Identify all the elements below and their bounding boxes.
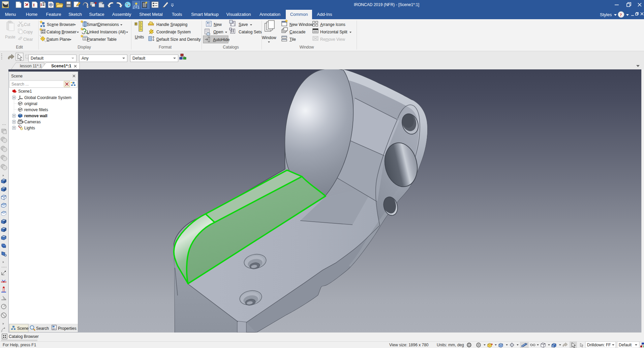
- svg-text:Styles: Styles: [600, 12, 612, 17]
- svg-text:Scene: Scene: [17, 326, 29, 331]
- svg-text:Default: Default: [619, 343, 632, 347]
- svg-text:Scene: Scene: [11, 74, 23, 78]
- svg-text:remove fillets: remove fillets: [24, 107, 48, 112]
- svg-text:Search: Search: [36, 326, 49, 331]
- svg-text:Catalog Browser: Catalog Browser: [9, 334, 39, 339]
- svg-text:lesson 11*:1: lesson 11*:1: [20, 64, 42, 68]
- svg-text:Scene1*:1: Scene1*:1: [51, 64, 71, 68]
- svg-text:I: I: [33, 2, 35, 7]
- svg-text:remove wall: remove wall: [24, 114, 48, 118]
- svg-text:original: original: [24, 101, 37, 106]
- svg-text:Scene1: Scene1: [18, 89, 32, 94]
- svg-text:?: ?: [620, 12, 622, 17]
- svg-text:Drilldown: FF: Drilldown: FF: [587, 343, 611, 347]
- svg-text:I: I: [40, 2, 42, 7]
- svg-text:Global Coordinate System: Global Coordinate System: [24, 95, 71, 100]
- svg-text:Lights: Lights: [24, 126, 35, 130]
- svg-text:Properties: Properties: [58, 326, 76, 331]
- svg-text:Cameras: Cameras: [24, 120, 41, 124]
- svg-text:Search ...: Search ...: [11, 82, 29, 87]
